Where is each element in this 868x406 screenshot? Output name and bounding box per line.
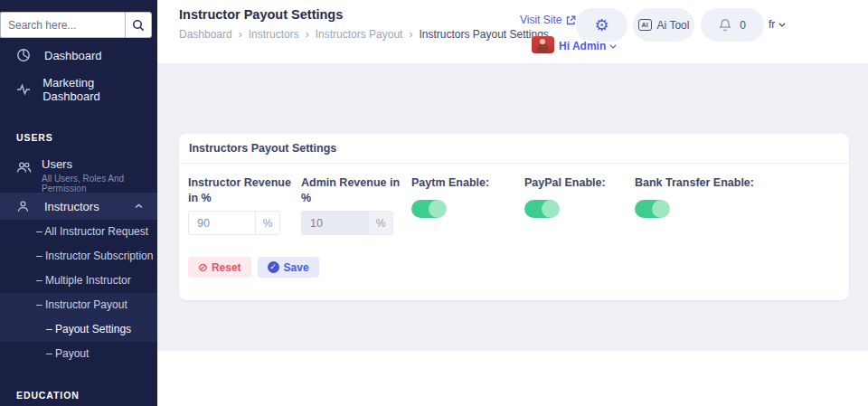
user-menu[interactable]: Hi Admin xyxy=(559,40,617,52)
sidebar-item-label: Dashboard xyxy=(44,49,102,62)
card-title: Instructors Payout Settings xyxy=(179,134,849,164)
paytm-toggle[interactable] xyxy=(411,200,446,218)
check-circle-icon: ✓ xyxy=(268,261,279,273)
chevron-down-icon xyxy=(778,23,786,27)
toggle-knob xyxy=(429,200,447,218)
instructor-payout-submenu: – Instructor Payout – Payout Settings xyxy=(0,293,157,342)
sidebar-search xyxy=(0,12,152,38)
search-icon xyxy=(132,19,145,32)
search-input[interactable] xyxy=(0,12,125,38)
topbar: Instructor Payout Settings Dashboard › I… xyxy=(157,0,868,63)
chevron-up-icon xyxy=(135,203,143,209)
instructor-revenue-label: Instructor Revenue in % xyxy=(188,175,292,205)
sidebar-item-marketing-dashboard[interactable]: Marketing Dashboard xyxy=(0,72,157,107)
sidebar-section-education: EDUCATION xyxy=(0,390,157,401)
breadcrumb-item[interactable]: Instructors xyxy=(249,28,299,41)
ai-tool-button[interactable]: AI Ai Tool xyxy=(633,8,694,42)
breadcrumb-separator: › xyxy=(409,28,412,41)
sidebar-item-dashboard[interactable]: Dashboard xyxy=(0,38,157,72)
breadcrumb: Dashboard › Instructors › Instructors Pa… xyxy=(179,28,549,41)
sidebar-item-users[interactable]: Users All Users, Roles And Permission xyxy=(0,156,157,193)
toggle-knob xyxy=(652,200,670,218)
sidebar-item-label: Instructors xyxy=(44,200,99,213)
language-selector[interactable]: fr xyxy=(769,18,786,31)
breadcrumb-item[interactable]: Dashboard xyxy=(179,28,232,41)
people-icon xyxy=(16,160,32,175)
instructor-revenue-group: % xyxy=(188,211,280,235)
percent-addon: % xyxy=(255,212,279,234)
bank-transfer-enable-label: Bank Transfer Enable: xyxy=(635,175,754,191)
prohibition-icon: ⊘ xyxy=(198,261,208,273)
bank-transfer-toggle[interactable] xyxy=(635,200,669,218)
instructor-revenue-input[interactable] xyxy=(189,212,255,234)
save-button[interactable]: ✓ Save xyxy=(258,257,319,278)
settings-button[interactable]: ⚙ xyxy=(576,8,627,42)
content-area: Instructors Payout Settings Instructor R… xyxy=(157,63,868,351)
sidebar-item-all-instructor-request[interactable]: – All Instructor Request xyxy=(0,220,157,244)
sidebar-item-multiple-instructor[interactable]: – Multiple Instructor xyxy=(0,269,157,293)
percent-addon: % xyxy=(368,212,392,234)
paypal-toggle[interactable] xyxy=(524,200,559,218)
paypal-enable-label: PayPal Enable: xyxy=(524,175,626,191)
activity-pulse-icon xyxy=(16,82,33,97)
sidebar-item-payout-settings[interactable]: – Payout Settings xyxy=(0,317,157,342)
breadcrumb-separator: › xyxy=(306,28,309,41)
notifications-button[interactable]: 0 xyxy=(701,8,764,42)
sidebar-item-label: Marketing Dashboard xyxy=(42,76,145,103)
sidebar-section-users: USERS xyxy=(0,132,157,143)
toggle-knob xyxy=(542,200,560,218)
sidebar-item-subtitle: All Users, Roles And Permission xyxy=(42,174,145,194)
sidebar-item-payout[interactable]: – Payout xyxy=(0,342,157,366)
admin-revenue-group: % xyxy=(301,211,393,235)
person-icon xyxy=(16,200,34,213)
search-button[interactable] xyxy=(125,12,152,38)
payout-settings-card: Instructors Payout Settings Instructor R… xyxy=(179,134,849,300)
notification-count: 0 xyxy=(740,19,746,32)
external-link-icon xyxy=(566,15,576,25)
reset-button[interactable]: ⊘ Reset xyxy=(188,257,251,278)
sidebar: Dashboard Marketing Dashboard USERS User… xyxy=(0,0,157,406)
pie-chart-icon xyxy=(16,48,34,62)
paytm-enable-label: Paytm Enable: xyxy=(411,175,515,191)
gear-icon: ⚙ xyxy=(594,17,609,33)
page-title: Instructor Payout Settings xyxy=(179,7,343,22)
sidebar-item-label: Users xyxy=(42,157,145,171)
chevron-down-icon xyxy=(609,44,617,49)
bell-icon xyxy=(719,18,731,32)
visit-site-link[interactable]: Visit Site xyxy=(520,14,576,26)
sidebar-item-instructor-subscription[interactable]: – Instructor Subscription xyxy=(0,244,157,269)
ai-tool-label: Ai Tool xyxy=(657,19,690,32)
breadcrumb-separator: › xyxy=(239,28,242,41)
sidebar-item-instructors[interactable]: Instructors xyxy=(0,193,157,220)
ai-chip-icon: AI xyxy=(638,19,652,31)
admin-revenue-label: Admin Revenue in % xyxy=(301,175,402,205)
sidebar-item-instructor-payout[interactable]: – Instructor Payout xyxy=(0,293,157,317)
avatar[interactable] xyxy=(532,36,554,53)
admin-revenue-input[interactable] xyxy=(302,212,368,234)
breadcrumb-item[interactable]: Instructors Payout xyxy=(316,28,403,41)
breadcrumb-item-current: Instructors Payout Settings xyxy=(419,28,548,41)
